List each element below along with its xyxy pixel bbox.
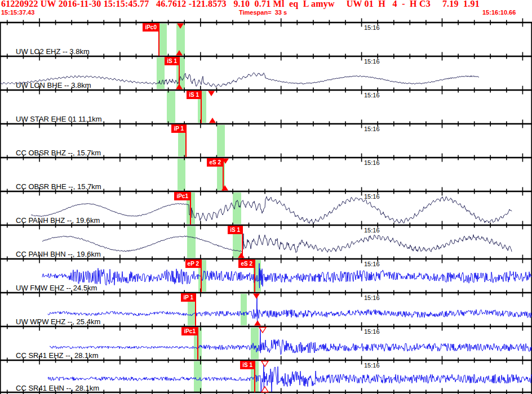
trace-panel[interactable] xyxy=(0,360,532,393)
trace-panel[interactable] xyxy=(0,191,532,225)
trace-panel[interactable] xyxy=(0,259,532,293)
trace-panel[interactable] xyxy=(0,225,532,259)
seismogram-viewer: 61220922 UW 2016-11-30 15:15:45.77 46.76… xyxy=(0,0,532,394)
trace-panel[interactable] xyxy=(0,90,532,124)
trace-panel[interactable] xyxy=(0,23,532,56)
trace-panel[interactable] xyxy=(0,56,532,90)
trace-panel[interactable] xyxy=(0,326,532,360)
trace-panel[interactable] xyxy=(0,158,532,191)
pick-marks-layer: iPc015:16UW LO2 EHZ -- 3.8kmiS 115:16UW … xyxy=(0,0,532,394)
trace-panel[interactable] xyxy=(0,293,532,326)
trace-panel[interactable] xyxy=(0,124,532,158)
